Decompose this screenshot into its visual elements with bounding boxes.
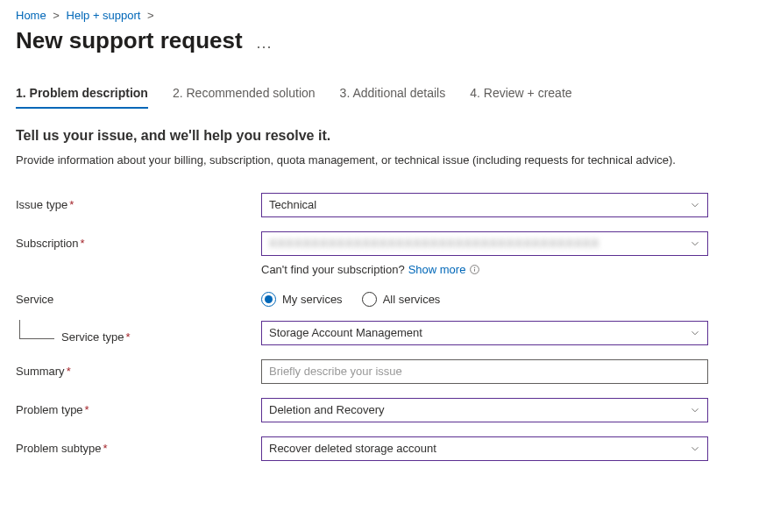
more-menu-icon[interactable]: ... xyxy=(257,29,273,53)
tab-additional-details[interactable]: 3. Additional details xyxy=(340,86,446,109)
select-issue-type[interactable]: Technical xyxy=(261,193,708,217)
label-subscription: Subscription* xyxy=(16,237,261,250)
radio-all-services[interactable]: All services xyxy=(362,292,441,307)
radio-my-services[interactable]: My services xyxy=(261,292,343,307)
page-title: New support request xyxy=(16,27,243,54)
select-problem-type[interactable]: Deletion and Recovery xyxy=(261,398,708,422)
label-issue-type: Issue type* xyxy=(16,198,261,211)
tabs: 1. Problem description 2. Recommended so… xyxy=(16,86,743,109)
breadcrumb: Home > Help + support > xyxy=(16,9,743,22)
svg-point-2 xyxy=(474,266,475,267)
tab-problem-description[interactable]: 1. Problem description xyxy=(16,86,148,109)
subscription-hint: Can't find your subscription? Show more xyxy=(261,263,743,276)
tab-recommended-solution[interactable]: 2. Recommended solution xyxy=(173,86,316,109)
input-summary[interactable]: Briefly describe your issue xyxy=(261,359,708,384)
chevron-down-icon xyxy=(689,327,701,342)
label-problem-type: Problem type* xyxy=(16,403,261,416)
breadcrumb-separator: > xyxy=(147,9,154,22)
section-description: Provide information about your billing, … xyxy=(16,153,699,168)
input-summary-placeholder: Briefly describe your issue xyxy=(269,365,402,378)
select-problem-type-value: Deletion and Recovery xyxy=(269,403,385,416)
chevron-down-icon xyxy=(689,199,701,214)
label-problem-subtype: Problem subtype* xyxy=(16,442,261,455)
select-problem-subtype-value: Recover deleted storage account xyxy=(269,442,436,455)
breadcrumb-home[interactable]: Home xyxy=(16,9,46,22)
radio-my-services-label: My services xyxy=(282,293,343,306)
breadcrumb-help-support[interactable]: Help + support xyxy=(67,9,141,22)
tree-connector xyxy=(19,320,54,339)
label-service: Service xyxy=(16,293,261,306)
select-subscription-value: XXXXXXXXXXXXXXXXXXXXXXXXXXXXXXXXXXXXXXX xyxy=(269,237,599,250)
section-heading: Tell us your issue, and we'll help you r… xyxy=(16,128,743,144)
label-service-type: Service type xyxy=(61,330,124,344)
select-subscription[interactable]: XXXXXXXXXXXXXXXXXXXXXXXXXXXXXXXXXXXXXXX xyxy=(261,231,708,256)
label-summary: Summary* xyxy=(16,365,261,378)
breadcrumb-separator: > xyxy=(53,9,60,22)
chevron-down-icon xyxy=(689,238,701,252)
select-service-type[interactable]: Storage Account Management xyxy=(261,321,708,345)
info-icon[interactable] xyxy=(469,264,480,275)
radio-all-services-label: All services xyxy=(383,293,441,306)
chevron-down-icon xyxy=(689,404,701,419)
select-service-type-value: Storage Account Management xyxy=(269,326,422,339)
show-more-link[interactable]: Show more xyxy=(408,263,466,276)
chevron-down-icon xyxy=(689,443,701,458)
select-problem-subtype[interactable]: Recover deleted storage account xyxy=(261,436,708,461)
tab-review-create[interactable]: 4. Review + create xyxy=(470,86,571,109)
select-issue-type-value: Technical xyxy=(269,198,316,211)
